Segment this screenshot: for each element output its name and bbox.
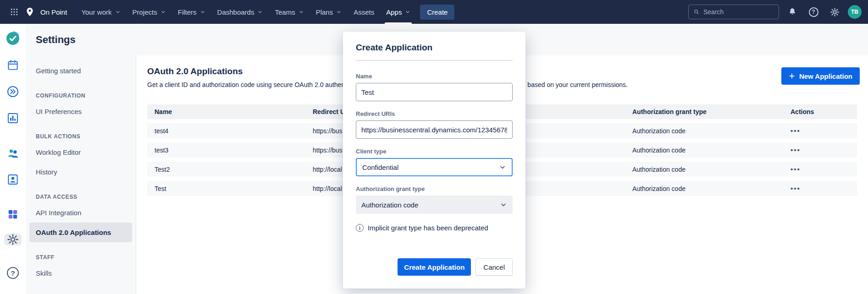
search-icon (693, 8, 700, 16)
plus-icon (789, 73, 795, 79)
client-type-label: Client type (356, 148, 513, 155)
search-input[interactable] (703, 8, 774, 16)
row-actions-button[interactable]: ••• (791, 127, 801, 135)
site-name[interactable]: On Point (40, 8, 67, 16)
sidebar-item-api-integration[interactable]: API Integration (26, 203, 136, 223)
nav-item-label: Assets (354, 8, 374, 16)
nav-item-plans[interactable]: Plans (310, 0, 348, 24)
name-label: Name (356, 73, 513, 80)
top-navigation: On Point Your work Projects Filters Dash… (0, 0, 868, 24)
nav-item-your-work[interactable]: Your work (75, 0, 126, 24)
chevron-down-icon (336, 9, 342, 15)
client-type-select[interactable]: Confidential (356, 158, 513, 176)
grant-type-label: Authorization grant type (356, 185, 513, 192)
grant-type-value: Authorization code (361, 201, 418, 209)
deprecation-notice: i Implicit grant type has been deprecate… (356, 224, 513, 232)
question-glyph: ? (7, 267, 19, 279)
app-switcher-icon[interactable] (6, 4, 22, 20)
nav-right-cluster: ? TB (688, 4, 862, 20)
sidebar-item-history[interactable]: History (26, 162, 136, 182)
nav-item-label: Plans (316, 8, 333, 16)
avatar[interactable]: TB (848, 5, 862, 19)
new-application-label: New Application (799, 72, 852, 80)
dialog-divider (356, 60, 513, 61)
table-header-name: Name (147, 104, 305, 119)
row-actions-button[interactable]: ••• (791, 165, 801, 173)
create-button[interactable]: Create (420, 5, 454, 20)
dialog-title: Create Application (356, 43, 513, 53)
cell-name: test3 (147, 142, 305, 158)
rail-logo-check-icon[interactable] (6, 31, 20, 46)
nav-item-label: Dashboards (217, 8, 254, 16)
sidebar-item-oauth-applications[interactable]: OAuth 2.0 Applications (29, 223, 132, 242)
nav-item-label: Filters (178, 8, 197, 16)
notifications-bell-icon[interactable] (785, 4, 800, 20)
rail-person-badge-icon[interactable] (6, 172, 20, 187)
cell-grant-type: Authorization code (625, 123, 783, 138)
chevron-down-icon (257, 9, 263, 15)
rail-bar-chart-icon[interactable] (6, 111, 20, 125)
cell-grant-type: Authorization code (625, 162, 783, 177)
help-icon[interactable]: ? (806, 4, 821, 20)
row-actions-button[interactable]: ••• (791, 146, 801, 154)
sidebar-section-data-access: DATA ACCESS (26, 194, 136, 200)
cell-name: Test2 (147, 162, 305, 177)
search-box[interactable] (688, 5, 779, 19)
grant-type-select[interactable]: Authorization code (356, 196, 513, 214)
create-application-button[interactable]: Create Application (398, 258, 471, 276)
rail-app-tiles-icon[interactable] (6, 207, 20, 222)
chevron-down-icon (499, 163, 506, 171)
new-application-button[interactable]: New Application (781, 67, 860, 85)
cancel-button[interactable]: Cancel (475, 258, 513, 276)
settings-gear-icon[interactable] (827, 4, 842, 20)
nav-item-projects[interactable]: Projects (127, 0, 172, 24)
cell-name: test4 (147, 123, 305, 138)
cell-name: Test (147, 181, 305, 196)
help-glyph: ? (809, 7, 818, 17)
nav-item-label: Apps (386, 8, 402, 16)
nav-item-label: Teams (275, 8, 295, 16)
rail-people-icon[interactable] (6, 146, 20, 160)
chevron-down-icon (299, 9, 304, 15)
client-type-value: Confidential (362, 163, 398, 171)
redirect-uris-input[interactable] (356, 120, 513, 139)
nav-item-teams[interactable]: Teams (269, 0, 310, 24)
cell-grant-type: Authorization code (625, 142, 783, 158)
nav-item-apps[interactable]: Apps (380, 0, 416, 24)
rail-forward-chevrons-icon[interactable] (6, 84, 20, 99)
redirect-uris-label: Redirect URIs (356, 110, 513, 117)
name-input[interactable] (356, 83, 513, 101)
chevron-down-icon (200, 9, 205, 15)
chevron-down-icon (500, 201, 507, 208)
create-application-dialog: Create Application Name Redirect URIs Cl… (343, 32, 525, 289)
rail-calendar-icon[interactable] (6, 58, 20, 72)
sidebar-item-skills[interactable]: Skills (26, 263, 136, 283)
rail-target-icon[interactable] (6, 292, 20, 294)
dialog-footer: Create Application Cancel (356, 258, 513, 276)
table-header-actions: Actions (783, 104, 857, 119)
nav-item-label: Your work (81, 8, 111, 16)
sidebar-section-configuration: CONFIGURATION (26, 93, 136, 99)
rail-settings-gear-icon[interactable] (4, 234, 22, 245)
nav-item-assets[interactable]: Assets (348, 0, 380, 24)
row-actions-button[interactable]: ••• (791, 185, 801, 192)
description-text: , based on your current permissions. (524, 81, 628, 88)
sidebar-item-getting-started[interactable]: Getting started (26, 61, 136, 81)
deprecation-notice-text: Implicit grant type has been deprecated (368, 224, 488, 232)
cell-grant-type: Authorization code (625, 181, 783, 196)
info-icon: i (356, 224, 364, 232)
sidebar-section-bulk-actions: BULK ACTIONS (26, 133, 136, 140)
sidebar-section-staff: STAFF (26, 254, 136, 261)
sidebar-item-worklog-editor[interactable]: Worklog Editor (26, 142, 136, 162)
chevron-down-icon (115, 9, 121, 15)
nav-item-label: Projects (133, 8, 157, 16)
chevron-down-icon (160, 9, 166, 15)
nav-item-dashboards[interactable]: Dashboards (211, 0, 269, 24)
logo-pin-icon[interactable] (22, 4, 38, 20)
chevron-down-icon (405, 9, 410, 15)
rail-question-icon[interactable]: ? (6, 266, 20, 280)
table-header-grant-type: Authorization grant type (625, 104, 783, 119)
sidebar-item-ui-preferences[interactable]: UI Preferences (26, 102, 136, 121)
app-icon-rail: ? (0, 24, 26, 294)
nav-item-filters[interactable]: Filters (172, 0, 211, 24)
